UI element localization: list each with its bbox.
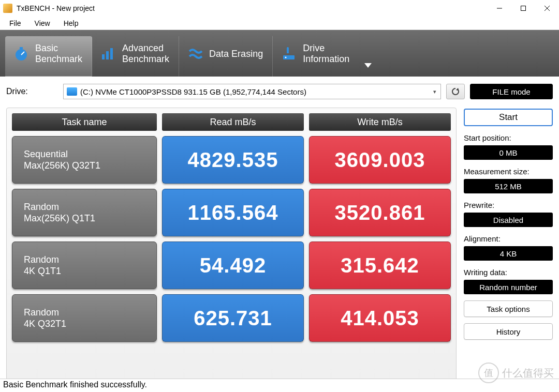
tab-erase-line1: Data Erasing: [209, 49, 263, 59]
results-header-row: Task name Read mB/s Write mB/s: [12, 113, 451, 131]
tab-data-erasing[interactable]: Data Erasing: [179, 36, 273, 77]
window-title: TxBENCH - New project: [17, 4, 95, 12]
window-titlebar: TxBENCH - New project: [0, 0, 559, 17]
alignment-label: Alignment:: [464, 234, 553, 243]
start-position-value[interactable]: 0 MB: [464, 145, 553, 160]
svg-rect-9: [110, 48, 113, 59]
write-value: 3609.003: [309, 136, 451, 184]
benchmark-results-panel: Task name Read mB/s Write mB/s Sequentia…: [6, 108, 457, 384]
svg-point-11: [285, 57, 287, 58]
svg-marker-15: [456, 88, 459, 91]
drive-label: Drive:: [6, 87, 58, 96]
toolbar-overflow-button[interactable]: [359, 36, 377, 77]
writing-data-value[interactable]: Random number: [464, 280, 553, 294]
tab-drive-line1: Drive: [303, 43, 349, 54]
window-minimize-button[interactable]: [488, 0, 511, 17]
file-mode-button[interactable]: FILE mode: [470, 84, 553, 99]
result-row: Sequential Max(256K) Q32T1 4829.535 3609…: [12, 136, 451, 184]
drive-combobox-text: (C:) NVMe CT1000P3PSSD8 931.15 GB (1,952…: [80, 87, 306, 96]
app-icon: [3, 4, 12, 13]
header-write: Write mB/s: [309, 113, 451, 131]
disk-icon: [67, 87, 77, 96]
task-line2: 4K Q1T1: [24, 265, 156, 277]
menu-view[interactable]: View: [28, 18, 56, 29]
svg-rect-10: [283, 55, 295, 59]
window-close-button[interactable]: [535, 0, 559, 17]
tab-basic-line1: Basic: [35, 43, 82, 54]
chevron-down-icon: ▾: [433, 88, 436, 95]
reload-icon: [451, 87, 460, 96]
write-value: 3520.861: [309, 189, 451, 236]
svg-rect-8: [106, 51, 109, 59]
menu-help[interactable]: Help: [57, 18, 85, 29]
read-value: 625.731: [162, 294, 304, 342]
stopwatch-icon: [12, 45, 30, 63]
task-name-cell[interactable]: Random 4K Q32T1: [12, 294, 157, 342]
alignment-value[interactable]: 4 KB: [464, 246, 553, 261]
bar-chart-icon: [99, 45, 117, 63]
side-panel: Start Start position: 0 MB Measurement s…: [464, 108, 553, 384]
task-line2: 4K Q32T1: [24, 318, 156, 330]
svg-rect-1: [521, 6, 526, 11]
tab-drive-line2: Information: [303, 54, 349, 65]
tab-basic-line2: Benchmark: [35, 54, 82, 65]
result-row: Random 4K Q32T1 625.731 414.053: [12, 294, 451, 342]
svg-point-13: [287, 47, 289, 49]
result-row: Random 4K Q1T1 54.492 315.642: [12, 242, 451, 289]
task-options-button[interactable]: Task options: [464, 300, 553, 317]
result-row: Random Max(256K) Q1T1 1165.564 3520.861: [12, 189, 451, 236]
tab-adv-line2: Benchmark: [122, 54, 169, 65]
tab-drive-information[interactable]: Drive Information: [273, 36, 359, 77]
start-button[interactable]: Start: [464, 109, 553, 126]
read-value: 54.492: [162, 242, 304, 289]
task-line1: Random: [24, 254, 156, 266]
write-value: 315.642: [309, 242, 451, 289]
task-line1: Random: [24, 307, 156, 319]
svg-rect-7: [102, 54, 105, 59]
drive-info-icon: [280, 45, 298, 63]
read-value: 1165.564: [162, 189, 304, 236]
svg-rect-5: [20, 47, 23, 49]
task-name-cell[interactable]: Random 4K Q1T1: [12, 242, 157, 289]
drive-selector-row: Drive: (C:) NVMe CT1000P3PSSD8 931.15 GB…: [0, 77, 559, 104]
task-line2: Max(256K) Q1T1: [24, 213, 156, 224]
read-value: 4829.535: [162, 136, 304, 184]
erase-icon: [186, 45, 204, 63]
task-name-cell[interactable]: Sequential Max(256K) Q32T1: [12, 136, 157, 184]
task-line1: Sequential: [24, 148, 156, 160]
task-name-cell[interactable]: Random Max(256K) Q1T1: [12, 189, 157, 236]
svg-marker-14: [364, 63, 372, 68]
status-bar: Basic Benchmark finished successfully.: [0, 379, 559, 392]
header-task: Task name: [12, 113, 157, 131]
measurement-size-value[interactable]: 512 MB: [464, 179, 553, 193]
prewrite-label: Prewrite:: [464, 201, 553, 209]
task-line2: Max(256K) Q32T1: [24, 160, 156, 172]
tab-basic-benchmark[interactable]: Basic Benchmark: [5, 36, 92, 77]
measurement-size-label: Measurement size:: [464, 167, 553, 176]
tab-advanced-benchmark[interactable]: Advanced Benchmark: [92, 36, 179, 77]
writing-data-label: Writing data:: [464, 268, 553, 277]
start-position-label: Start position:: [464, 133, 553, 142]
write-value: 414.053: [309, 294, 451, 342]
drive-combobox[interactable]: (C:) NVMe CT1000P3PSSD8 931.15 GB (1,952…: [63, 84, 441, 99]
menu-file[interactable]: File: [3, 18, 27, 29]
reload-drives-button[interactable]: [446, 84, 465, 99]
toolbar: Basic Benchmark Advanced Benchmark Data …: [0, 30, 559, 77]
menubar: File View Help: [0, 17, 559, 30]
tab-adv-line1: Advanced: [122, 43, 169, 54]
task-line1: Random: [24, 201, 156, 213]
window-maximize-button[interactable]: [511, 0, 535, 17]
prewrite-value[interactable]: Disabled: [464, 213, 553, 227]
header-read: Read mB/s: [162, 113, 304, 131]
history-button[interactable]: History: [464, 323, 553, 340]
